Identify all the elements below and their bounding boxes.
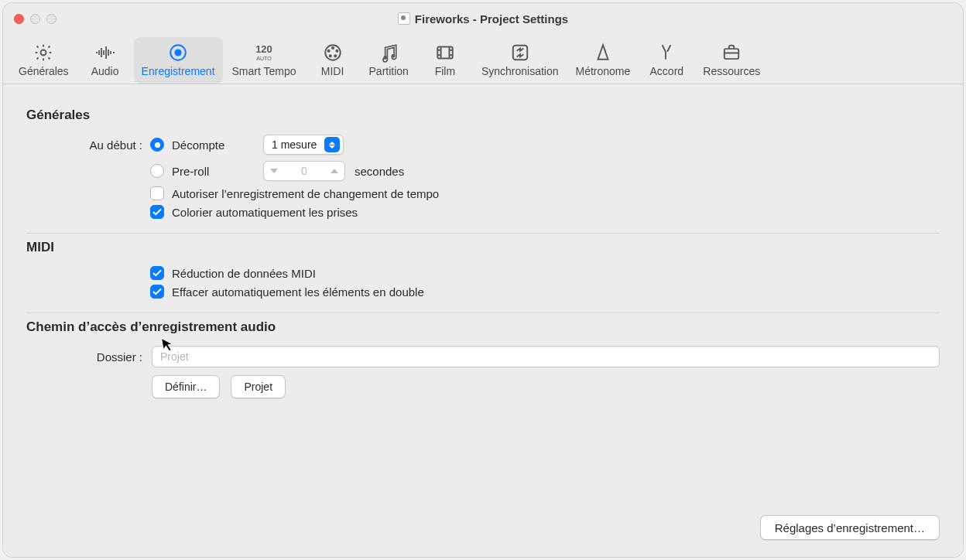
tab-sync[interactable]: Synchronisation <box>474 37 567 84</box>
tab-general[interactable]: Générales <box>11 37 77 84</box>
tab-label: Ressources <box>703 65 760 77</box>
window-title: Fireworks - Project Settings <box>398 12 568 26</box>
titlebar: Fireworks - Project Settings <box>3 3 963 34</box>
svg-point-12 <box>392 54 396 58</box>
tab-label: Enregistrement <box>142 65 215 77</box>
tab-assets[interactable]: Ressources <box>695 37 768 84</box>
tab-label: Audio <box>91 65 119 77</box>
svg-point-2 <box>175 49 182 56</box>
set-folder-button[interactable]: Définir… <box>152 375 220 398</box>
svg-point-8 <box>336 50 337 52</box>
gear-icon <box>33 42 53 63</box>
preroll-value: 0 <box>284 165 324 177</box>
svg-rect-15 <box>724 49 738 59</box>
stepper-down-icon[interactable] <box>264 169 284 173</box>
tab-label: Métronome <box>576 65 631 77</box>
preroll-stepper[interactable]: 0 <box>263 161 345 181</box>
midi-reduction-label: Réduction de données MIDI <box>172 267 316 280</box>
divider <box>26 233 940 234</box>
auto-color-label: Colorier automatiquement les prises <box>172 206 358 219</box>
sync-icon <box>510 42 530 63</box>
radio-countin-label: Décompte <box>172 138 257 152</box>
popup-arrows-icon <box>324 137 340 152</box>
divider <box>26 312 940 313</box>
project-folder-button[interactable]: Projet <box>231 375 286 398</box>
film-icon <box>435 42 455 63</box>
svg-point-0 <box>41 50 46 56</box>
row-start-countin: Au début : Décompte 1 mesure <box>26 134 940 155</box>
section-midi-title: MIDI <box>26 240 940 255</box>
tab-label: Smart Tempo <box>232 65 296 77</box>
svg-rect-13 <box>437 46 453 58</box>
window-zoom-button[interactable] <box>46 14 57 24</box>
folder-button-row: Définir… Projet <box>152 375 940 398</box>
toolbar: Générales Audio Enregistrement 120AUTO S… <box>3 34 963 84</box>
project-folder-button-label: Projet <box>244 381 272 393</box>
svg-point-6 <box>331 47 333 49</box>
tab-tuning[interactable]: Accord <box>639 37 694 84</box>
window-close-button[interactable] <box>14 14 24 24</box>
row-erase-dup: Effacer automatiquement les éléments en … <box>150 285 940 299</box>
tab-label: Synchronisation <box>481 65 559 77</box>
row-midi-reduction: Réduction de données MIDI <box>150 266 940 280</box>
checkbox-allow-tempo[interactable] <box>150 186 164 200</box>
recording-settings-button[interactable]: Réglages d’enregistrement… <box>760 515 940 540</box>
window-title-text: Fireworks - Project Settings <box>415 12 568 26</box>
tab-metronome[interactable]: Métronome <box>568 37 639 84</box>
recording-settings-button-label: Réglages d’enregistrement… <box>775 521 925 534</box>
svg-point-10 <box>334 55 336 56</box>
row-auto-color: Colorier automatiquement les prises <box>150 205 940 219</box>
folder-input[interactable]: Projet <box>152 346 940 367</box>
midi-icon <box>323 42 343 63</box>
start-label: Au début : <box>26 138 142 152</box>
record-icon <box>168 42 188 63</box>
document-icon <box>398 12 410 25</box>
music-note-icon <box>379 42 399 63</box>
checkbox-auto-color[interactable] <box>150 205 164 219</box>
metronome-icon <box>593 42 613 63</box>
radio-preroll-label: Pre-roll <box>172 165 257 178</box>
row-start-preroll: Pre-roll 0 secondes <box>26 160 940 182</box>
tab-label: MIDI <box>321 65 344 77</box>
row-allow-tempo: Autoriser l’enregistrement de changement… <box>150 186 940 200</box>
tab-smart-tempo[interactable]: 120AUTO Smart Tempo <box>224 37 304 84</box>
erase-dup-label: Effacer automatiquement les éléments en … <box>172 285 424 299</box>
window-minimize-button[interactable] <box>30 14 40 24</box>
radio-countin[interactable] <box>150 138 164 152</box>
folder-placeholder: Projet <box>160 350 189 363</box>
tab-label: Accord <box>650 65 684 77</box>
tab-movie[interactable]: Film <box>418 37 472 84</box>
content-area: Générales Au début : Décompte 1 mesure P… <box>3 84 963 557</box>
traffic-lights <box>14 14 57 24</box>
svg-point-7 <box>327 50 329 52</box>
allow-tempo-label: Autoriser l’enregistrement de changement… <box>172 187 439 200</box>
project-settings-window: Fireworks - Project Settings Générales A… <box>3 3 963 557</box>
folder-label: Dossier : <box>26 350 142 364</box>
tab-label: Générales <box>19 65 69 77</box>
tempo-icon: 120AUTO <box>248 42 279 63</box>
checkbox-midi-reduction[interactable] <box>150 266 164 280</box>
tab-recording[interactable]: Enregistrement <box>134 37 223 84</box>
row-folder: Dossier : Projet <box>26 346 940 367</box>
tab-audio[interactable]: Audio <box>78 37 132 84</box>
tab-midi[interactable]: MIDI <box>306 37 360 84</box>
countin-value-text: 1 mesure <box>272 138 317 151</box>
tuning-fork-icon <box>656 42 677 63</box>
svg-point-9 <box>329 55 331 56</box>
stepper-up-icon[interactable] <box>324 169 344 173</box>
checkbox-erase-dup[interactable] <box>150 285 164 299</box>
section-general-title: Générales <box>26 108 940 123</box>
set-folder-button-label: Définir… <box>165 381 207 393</box>
svg-point-11 <box>383 56 387 60</box>
briefcase-icon <box>721 42 742 63</box>
preroll-unit: secondes <box>355 165 404 178</box>
tab-label: Partition <box>369 65 409 77</box>
waveform-icon <box>94 42 116 63</box>
radio-preroll[interactable] <box>150 164 164 178</box>
tab-score[interactable]: Partition <box>361 37 416 84</box>
svg-text:120: 120 <box>255 43 272 55</box>
section-audio-path-title: Chemin d’accès d’enregistrement audio <box>26 319 940 335</box>
countin-value-popup[interactable]: 1 mesure <box>263 135 344 155</box>
tab-label: Film <box>435 65 455 77</box>
svg-text:AUTO: AUTO <box>256 56 272 61</box>
